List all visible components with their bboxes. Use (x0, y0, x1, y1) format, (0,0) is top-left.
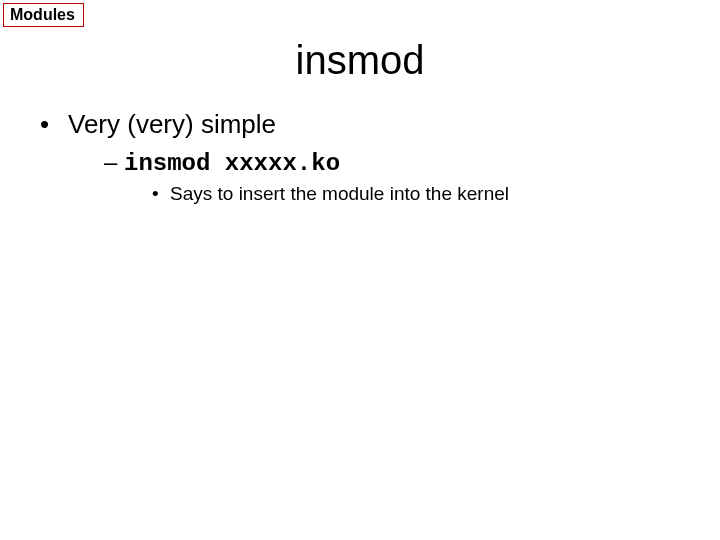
bullet-dot-icon: • (40, 109, 68, 140)
bullet-dot-icon: • (152, 183, 170, 205)
bullet-level3: •Says to insert the module into the kern… (152, 183, 720, 205)
bullet-level2: –insmod xxxxx.ko (104, 148, 720, 177)
slide-content: •Very (very) simple –insmod xxxxx.ko •Sa… (0, 109, 720, 205)
bullet3-text: Says to insert the module into the kerne… (170, 183, 509, 204)
bullet1-text: Very (very) simple (68, 109, 276, 139)
dash-icon: – (104, 148, 124, 176)
slide-title: insmod (0, 38, 720, 83)
bullet2-code: insmod xxxxx.ko (124, 150, 340, 177)
category-tag: Modules (3, 3, 84, 27)
bullet-level1: •Very (very) simple (40, 109, 720, 140)
